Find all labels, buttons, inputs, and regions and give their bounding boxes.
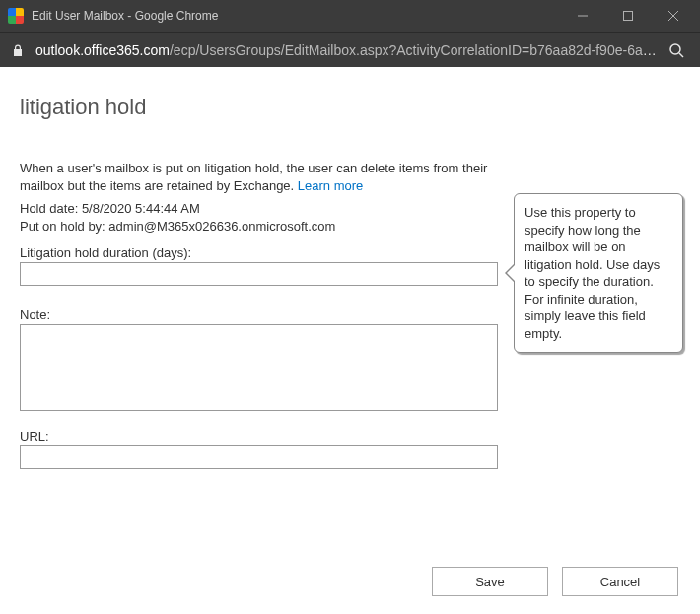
svg-point-4 xyxy=(670,44,680,54)
duration-tooltip: Use this property to specify how long th… xyxy=(514,193,683,353)
cancel-button[interactable]: Cancel xyxy=(562,567,678,596)
url-text: outlook.office365.com/ecp/UsersGroups/Ed… xyxy=(35,42,663,58)
search-button[interactable] xyxy=(663,42,690,58)
url-path: /ecp/UsersGroups/EditMailbox.aspx?Activi… xyxy=(170,42,663,58)
hold-date-value: 5/8/2020 5:44:44 AM xyxy=(82,201,200,216)
minimize-icon xyxy=(578,11,588,21)
maximize-icon xyxy=(623,11,633,21)
close-icon xyxy=(668,11,678,21)
intro-text: When a user's mailbox is put on litigati… xyxy=(20,160,513,194)
window-titlebar: Edit User Mailbox - Google Chrome xyxy=(0,0,700,32)
svg-rect-1 xyxy=(624,12,633,21)
url-input[interactable] xyxy=(20,445,498,469)
tooltip-text: Use this property to specify how long th… xyxy=(525,205,660,341)
close-button[interactable] xyxy=(651,0,696,32)
hold-date-label: Hold date: xyxy=(20,201,78,216)
window-title: Edit User Mailbox - Google Chrome xyxy=(32,9,560,23)
app-icon xyxy=(8,8,24,24)
page-body: litigation hold When a user's mailbox is… xyxy=(0,67,700,614)
footer-buttons: Save Cancel xyxy=(432,567,678,596)
window-controls xyxy=(560,0,696,32)
lock-icon xyxy=(10,43,26,57)
search-icon xyxy=(668,42,684,58)
url-row: URL: xyxy=(20,429,680,469)
svg-line-5 xyxy=(679,53,683,57)
save-button[interactable]: Save xyxy=(432,567,548,596)
minimize-button[interactable] xyxy=(560,0,605,32)
note-textarea[interactable] xyxy=(20,324,498,411)
page-title: litigation hold xyxy=(20,95,680,120)
intro-line-1: When a user's mailbox is put on litigati… xyxy=(20,161,458,175)
url-label: URL: xyxy=(20,429,680,443)
put-on-hold-value: admin@M365x026636.onmicrosoft.com xyxy=(108,219,335,234)
learn-more-link[interactable]: Learn more xyxy=(298,178,363,193)
maximize-button[interactable] xyxy=(605,0,651,32)
address-bar[interactable]: outlook.office365.com/ecp/UsersGroups/Ed… xyxy=(0,32,700,67)
duration-input[interactable] xyxy=(20,262,498,286)
url-host: outlook.office365.com xyxy=(35,42,170,58)
put-on-hold-label: Put on hold by: xyxy=(20,219,105,234)
